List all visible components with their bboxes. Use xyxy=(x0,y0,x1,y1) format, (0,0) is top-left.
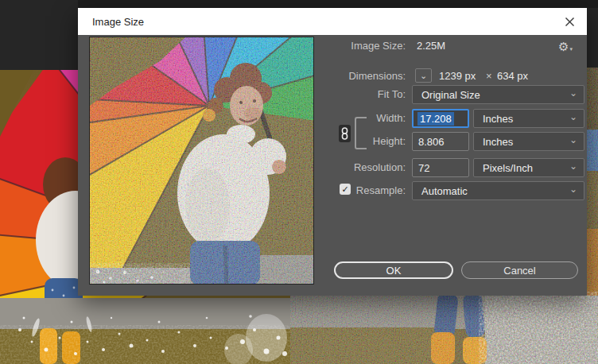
height-unit-select[interactable]: Inches ⌄ xyxy=(473,132,584,151)
dimensions-height-value: 634 px xyxy=(497,70,528,83)
resolution-input[interactable]: 72 xyxy=(412,158,469,177)
resolution-label: Resolution: xyxy=(302,161,406,174)
resolution-value: 72 xyxy=(418,162,429,174)
dimensions-label: Dimensions: xyxy=(302,70,406,83)
image-size-value: 2.25M xyxy=(417,40,445,52)
dimensions-unit-toggle[interactable]: ⌄ xyxy=(415,68,432,83)
dialog-title: Image Size xyxy=(78,16,144,28)
resolution-unit-select[interactable]: Pixels/Inch ⌄ xyxy=(473,158,584,177)
gear-icon: ⚙ xyxy=(558,40,569,54)
height-input[interactable]: 8.806 xyxy=(412,132,469,151)
chevron-down-icon: ⌄ xyxy=(420,71,427,81)
width-label: Width: xyxy=(302,112,406,125)
dimensions-times: × xyxy=(486,70,492,83)
gear-caret-icon: ▾ xyxy=(569,46,573,52)
resolution-unit-value: Pixels/Inch xyxy=(483,162,533,174)
ok-button-label: OK xyxy=(386,265,402,277)
close-button[interactable] xyxy=(552,8,587,35)
width-unit-value: Inches xyxy=(483,113,513,125)
ok-button[interactable]: OK xyxy=(334,261,453,279)
width-value: 17.208 xyxy=(417,112,454,126)
dimensions-width-value: 1239 px xyxy=(439,70,476,83)
resample-value: Automatic xyxy=(421,185,468,197)
image-size-label: Image Size: xyxy=(302,40,406,52)
image-preview[interactable] xyxy=(89,37,314,285)
fit-to-select[interactable]: Original Size ⌄ xyxy=(412,85,584,104)
close-icon xyxy=(565,17,574,26)
height-value: 8.806 xyxy=(418,136,445,148)
chevron-down-icon: ⌄ xyxy=(569,136,577,144)
fit-to-label: Fit To: xyxy=(302,88,406,101)
resample-label: Resample: xyxy=(302,184,406,197)
cancel-button-label: Cancel xyxy=(503,265,535,277)
chevron-down-icon: ⌄ xyxy=(569,113,577,121)
preview-photo xyxy=(90,37,314,285)
dialog-titlebar[interactable]: Image Size xyxy=(78,8,587,35)
chevron-down-icon: ⌄ xyxy=(569,185,577,193)
photoshop-window: Image Size xyxy=(0,0,598,364)
chevron-down-icon: ⌄ xyxy=(569,162,577,170)
width-unit-select[interactable]: Inches ⌄ xyxy=(473,109,584,128)
width-input[interactable]: 17.208 xyxy=(412,109,469,128)
cancel-button[interactable]: Cancel xyxy=(461,261,578,279)
fit-to-value: Original Size xyxy=(421,89,480,101)
height-label: Height: xyxy=(302,135,406,148)
resample-select[interactable]: Automatic ⌄ xyxy=(412,181,584,200)
image-size-dialog: Image Size xyxy=(78,8,587,296)
gear-menu-button[interactable]: ⚙▾ xyxy=(558,40,579,56)
height-unit-value: Inches xyxy=(483,136,513,148)
chevron-down-icon: ⌄ xyxy=(569,89,577,97)
